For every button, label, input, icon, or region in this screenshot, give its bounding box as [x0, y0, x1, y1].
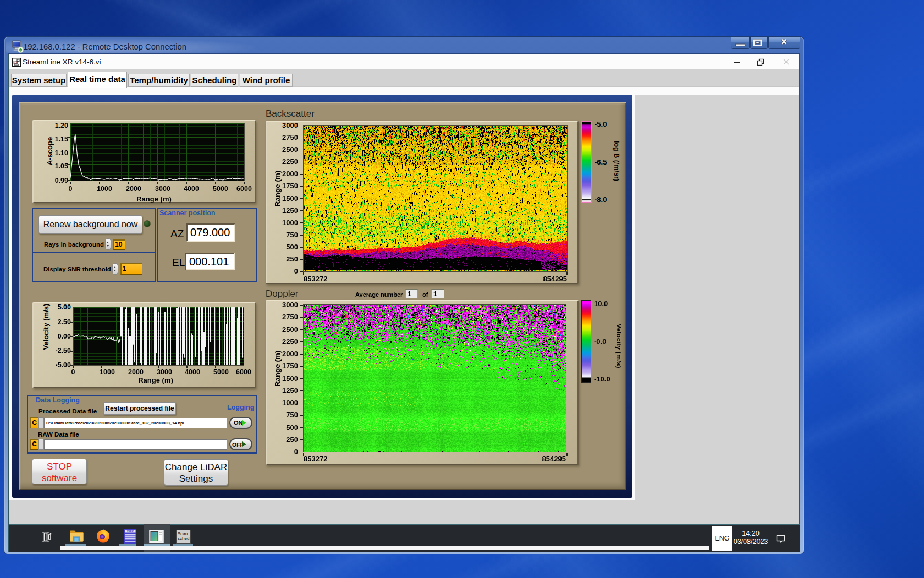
svg-text:VEEK: VEEK [127, 530, 134, 533]
